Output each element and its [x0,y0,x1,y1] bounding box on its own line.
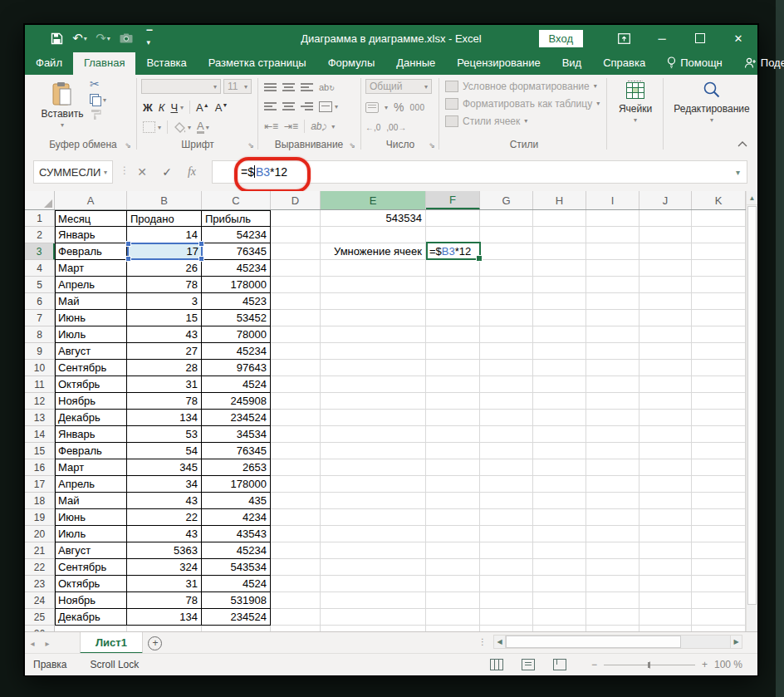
cell-I19[interactable] [586,509,639,526]
cell-E22[interactable] [321,559,426,576]
tab-formulas[interactable]: Формулы [317,52,386,75]
row-header-17[interactable]: 17 [25,476,55,493]
cell-I7[interactable] [586,310,639,326]
cell-I5[interactable] [586,277,639,293]
cell-K7[interactable] [692,310,746,326]
row-header-22[interactable]: 22 [25,559,55,576]
cancel-entry-button[interactable]: ✕ [131,160,153,184]
cell-F26[interactable] [426,626,480,631]
cell-F24[interactable] [426,592,480,609]
cell-I11[interactable] [586,376,639,393]
tab-help[interactable]: Справка [592,52,656,75]
cell-D11[interactable] [271,376,321,393]
cell-E2[interactable] [321,227,426,243]
cell-F10[interactable] [426,360,480,376]
cell-G14[interactable] [480,426,533,443]
cell-C17[interactable]: 178000 [202,476,271,493]
cell-H22[interactable] [533,559,586,576]
cell-B8[interactable]: 43 [127,326,202,343]
cell-A22[interactable]: Сентябрь [55,559,127,576]
cell-E9[interactable] [321,343,426,360]
align-center-icon[interactable] [282,102,295,111]
cell-I18[interactable] [586,493,639,509]
cell-G13[interactable] [480,410,533,426]
format-painter-button[interactable] [90,109,101,120]
cell-D4[interactable] [271,260,321,277]
cell-C19[interactable]: 4234 [202,509,271,526]
cell-J19[interactable] [639,509,692,526]
cell-G6[interactable] [480,293,533,310]
cell-D14[interactable] [271,426,321,443]
font-color-button[interactable]: А [197,120,204,134]
cell-I13[interactable] [586,410,639,426]
cell-C13[interactable]: 234524 [202,410,271,426]
cell-K10[interactable] [692,360,746,376]
cell-E25[interactable] [321,609,426,626]
ribbon-display-options-button[interactable] [605,25,643,52]
cell-I12[interactable] [586,393,639,410]
cell-H3[interactable] [533,243,586,260]
cell-G20[interactable] [480,526,533,542]
maximize-button[interactable] [681,25,719,52]
column-header-E[interactable]: E [321,191,426,209]
cell-I22[interactable] [586,559,639,576]
sheet-nav-left-arrow[interactable]: ◂ [25,632,40,654]
underline-dropdown-arrow[interactable]: ▾ [180,104,184,111]
cell-H1[interactable] [533,210,586,227]
column-header-G[interactable]: G [480,191,533,209]
fill-handle[interactable] [476,255,483,262]
cell-H25[interactable] [533,609,586,626]
cell-G15[interactable] [480,443,533,459]
cell-A17[interactable]: Апрель [55,476,127,493]
cell-D19[interactable] [271,509,321,526]
accounting-format-button[interactable] [365,102,379,113]
cell-K1[interactable] [692,210,746,227]
scroll-right-arrow[interactable]: ▶ [730,635,742,649]
cell-I21[interactable] [586,542,639,559]
referenced-cell-b3[interactable]: 17 [127,243,203,260]
row-header-4[interactable]: 4 [25,260,55,277]
cell-H10[interactable] [533,360,586,376]
cell-I17[interactable] [586,476,639,493]
cell-C8[interactable]: 78000 [202,326,271,343]
increase-decimal-button[interactable]: ←,0 [365,123,380,132]
cell-E3[interactable]: Умножение ячеек [321,243,426,260]
cell-A5[interactable]: Апрель [55,277,127,293]
cell-J10[interactable] [639,360,692,376]
merge-center-button[interactable] [319,101,332,112]
cell-C15[interactable]: 76345 [202,443,271,459]
cell-G18[interactable] [480,493,533,509]
cell-B11[interactable]: 31 [127,376,202,393]
cell-K18[interactable] [692,493,746,509]
cell-C24[interactable]: 531908 [202,592,271,609]
cell-F5[interactable] [426,277,480,293]
row-header-25[interactable]: 25 [25,609,55,626]
cell-H18[interactable] [533,493,586,509]
row-header-19[interactable]: 19 [25,509,55,526]
zoom-out-button[interactable]: − [591,659,597,670]
cell-K14[interactable] [692,426,746,443]
name-box-dropdown-arrow[interactable]: ▾ [104,169,107,176]
column-header-I[interactable]: I [586,191,639,209]
cell-H19[interactable] [533,509,586,526]
cell-A2[interactable]: Январь [55,227,127,243]
cell-J17[interactable] [639,476,692,493]
horizontal-scrollbar[interactable]: ◀ ▶ [493,635,742,649]
column-header-K[interactable]: K [692,191,746,209]
wrap-text-button[interactable]: ab⤸ [311,120,326,132]
cell-J14[interactable] [639,426,692,443]
cell-A3[interactable]: Февраль [55,243,127,260]
cell-E16[interactable] [321,459,426,476]
cell-I6[interactable] [586,293,639,310]
cell-F17[interactable] [426,476,480,493]
cell-A14[interactable]: Январь [55,426,127,443]
cell-G2[interactable] [480,227,533,243]
tab-file[interactable]: Файл [25,52,73,75]
cell-F13[interactable] [426,410,480,426]
cell-C25[interactable]: 234524 [202,609,271,626]
cell-C9[interactable]: 45234 [202,343,271,360]
cell-E13[interactable] [321,410,426,426]
percent-style-button[interactable]: % [394,101,404,114]
number-format-select[interactable]: Общий▾ [365,79,432,94]
font-name-select[interactable]: ▾ [141,79,221,94]
